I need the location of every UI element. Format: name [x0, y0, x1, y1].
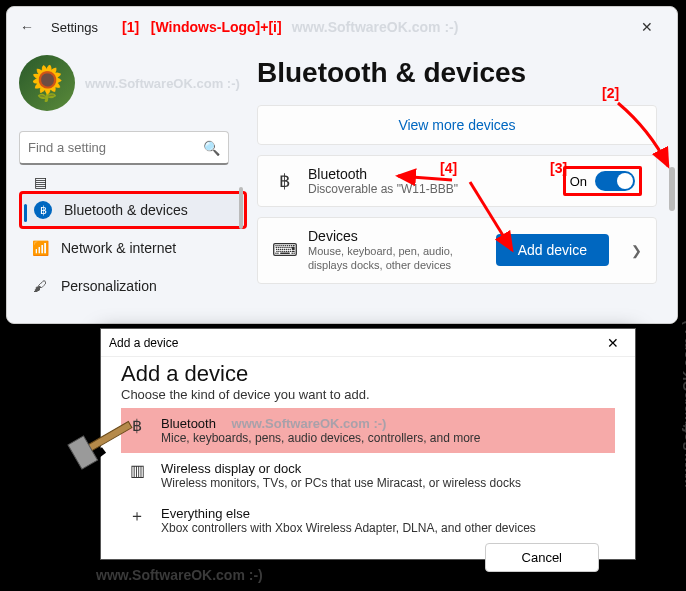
devices-subtitle: Mouse, keyboard, pen, audio, displays do…	[308, 244, 484, 273]
view-more-devices-card[interactable]: View more devices	[257, 105, 657, 145]
watermark: www.SoftwareOK.com :-)	[292, 19, 459, 35]
settings-window: ← Settings [1] [Windows-Logo]+[i] www.So…	[6, 6, 678, 324]
brush-icon: 🖌	[31, 277, 49, 295]
window-title: Settings	[51, 20, 98, 35]
dialog-title: Add a device	[109, 336, 178, 350]
devices-card: ⌨ Devices Mouse, keyboard, pen, audio, d…	[257, 217, 657, 284]
option-bluetooth[interactable]: ฿ Bluetooth www.SoftwareOK.com :-) Mice,…	[121, 408, 615, 453]
sidebar-item-label: Personalization	[61, 278, 157, 294]
watermark: www.SoftwareOK.com :-)	[232, 416, 387, 431]
nav-list: ▤ System ฿ Bluetooth & devices 📶 Network…	[19, 173, 247, 305]
titlebar: ← Settings [1] [Windows-Logo]+[i] www.So…	[7, 7, 677, 47]
sidebar: 🌻 www.SoftwareOK.com :-) 🔍 ▤ System ฿ Bl…	[7, 47, 247, 323]
sidebar-item-network[interactable]: 📶 Network & internet	[19, 229, 247, 267]
chevron-right-icon[interactable]: ❯	[631, 243, 642, 258]
dialog-titlebar: Add a device ✕	[101, 329, 635, 357]
svg-line-4	[34, 480, 66, 510]
search-input[interactable]	[28, 140, 203, 155]
add-device-button[interactable]: Add device	[496, 234, 609, 266]
toggle-label: On	[570, 174, 587, 189]
bluetooth-subtitle: Discoverable as "W11-BBB"	[308, 182, 551, 196]
page-title: Bluetooth & devices	[257, 57, 657, 89]
bluetooth-icon: ฿	[34, 201, 52, 219]
bluetooth-card: ฿ Bluetooth Discoverable as "W11-BBB" On	[257, 155, 657, 207]
main-scrollbar[interactable]	[669, 167, 675, 211]
sunflower-icon: 🌻	[26, 63, 68, 103]
search-icon: 🔍	[203, 140, 220, 156]
sidebar-item-bluetooth[interactable]: ฿ Bluetooth & devices	[19, 191, 247, 229]
sidebar-item-personalization[interactable]: 🖌 Personalization	[19, 267, 247, 305]
dialog-heading: Add a device	[121, 361, 615, 387]
option-everything-else[interactable]: ＋ Everything else Xbox controllers with …	[121, 498, 615, 543]
annotation-1: [1] [Windows-Logo]+[i]	[122, 19, 282, 35]
wifi-icon: 📶	[31, 239, 49, 257]
option-title: Everything else	[161, 506, 536, 521]
sidebar-item-system[interactable]: ▤ System	[19, 173, 247, 191]
bluetooth-title: Bluetooth	[308, 166, 551, 182]
dialog-close-button[interactable]: ✕	[599, 335, 627, 351]
sidebar-item-label: Network & internet	[61, 240, 176, 256]
option-sub: Xbox controllers with Xbox Wireless Adap…	[161, 521, 536, 535]
main-content: Bluetooth & devices View more devices ฿ …	[247, 47, 677, 323]
svg-line-2	[44, 520, 66, 560]
svg-line-3	[66, 520, 92, 558]
back-button[interactable]: ←	[15, 19, 39, 35]
search-box[interactable]: 🔍	[19, 131, 229, 165]
system-icon: ▤	[31, 173, 49, 191]
bluetooth-toggle-wrap: On	[563, 166, 642, 196]
option-sub: Wireless monitors, TVs, or PCs that use …	[161, 476, 521, 490]
devices-icon: ⌨	[272, 239, 296, 261]
cancel-button[interactable]: Cancel	[485, 543, 599, 572]
avatar[interactable]: 🌻	[19, 55, 75, 111]
option-wireless-display[interactable]: ▥ Wireless display or dock Wireless moni…	[121, 453, 615, 498]
bluetooth-icon: ฿	[272, 170, 296, 192]
bluetooth-toggle[interactable]	[595, 171, 635, 191]
option-title: Wireless display or dock	[161, 461, 521, 476]
devices-title: Devices	[308, 228, 484, 244]
add-device-dialog: Add a device ✕ Add a device Choose the k…	[100, 328, 636, 560]
stick-figure-icon	[14, 420, 134, 570]
option-sub: Mice, keyboards, pens, audio devices, co…	[161, 431, 481, 445]
sidebar-scrollbar[interactable]	[239, 187, 243, 229]
dialog-subtitle: Choose the kind of device you want to ad…	[121, 387, 615, 402]
close-button[interactable]: ✕	[625, 11, 669, 43]
watermark: www.SoftwareOK.com :-)	[85, 76, 240, 91]
view-more-link[interactable]: View more devices	[398, 117, 515, 133]
sidebar-item-label: Bluetooth & devices	[64, 202, 188, 218]
option-title: Bluetooth	[161, 416, 216, 431]
watermark: www.SoftwareOK.com :-)	[680, 320, 686, 487]
